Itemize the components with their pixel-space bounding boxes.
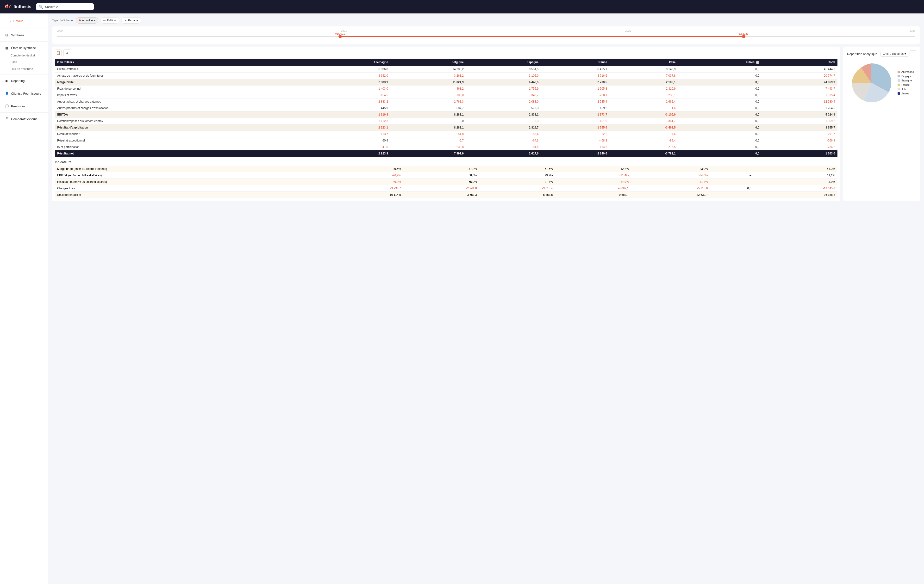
sidebar-item-bilan[interactable]: Bilan bbox=[0, 59, 48, 66]
sidebar-item-etats-synthese[interactable]: ▦ États de synthèse bbox=[0, 43, 48, 52]
row-cell: 0,0 bbox=[678, 144, 762, 150]
sidebar-label-synthese: Synthèse bbox=[11, 33, 24, 37]
search-input[interactable] bbox=[45, 5, 91, 9]
table-copy-btn[interactable]: 📋 bbox=[55, 49, 61, 56]
row-cell: 7 991,9 bbox=[390, 150, 466, 156]
legend-dot-belgique bbox=[898, 75, 900, 77]
layout: ← ← Retour ⊟ Synthèse ▦ États de synthès… bbox=[0, 13, 924, 584]
legend-item-france: France bbox=[898, 83, 914, 86]
edition-icon: ✏ bbox=[103, 19, 106, 22]
row-cell: 9 143,9 bbox=[610, 66, 678, 72]
indicator-cell: 5 353,8 bbox=[479, 191, 555, 198]
sidebar-item-flux[interactable]: Flux de trésorerie bbox=[0, 66, 48, 72]
row-label: Dotation/reprises aux amort. et prov. bbox=[55, 118, 304, 124]
row-cell: -2 535,4 bbox=[541, 98, 610, 105]
row-label: Chiffre d'affaires bbox=[55, 66, 304, 72]
content-row: 📋 ⚙ € en milliers Allemagne Belgique Esp… bbox=[52, 47, 920, 201]
previsions-icon: 🕐 bbox=[5, 104, 9, 108]
toolbar-partage-btn[interactable]: ↗ Partage bbox=[121, 17, 141, 23]
sidebar-divider-6 bbox=[0, 112, 48, 113]
search-bar[interactable]: 🔍 bbox=[36, 3, 94, 10]
sidebar-item-clients[interactable]: 👤 Clients / Fournisseurs bbox=[0, 89, 48, 98]
sidebar-item-compte-resultat[interactable]: Compte de résultat bbox=[0, 52, 48, 59]
col-header-italie: Italie bbox=[610, 59, 678, 66]
sidebar-label-etats: États de synthèse bbox=[11, 46, 36, 50]
indicator-label: Charges fixes bbox=[55, 185, 324, 191]
legend-label-france: France bbox=[901, 83, 909, 86]
indicator-cell: -2 741,8 bbox=[403, 185, 479, 191]
toolbar: Type d'affichage en milliers ✏ Édition ↗… bbox=[52, 17, 920, 23]
logo-icon bbox=[5, 3, 12, 10]
row-cell: 1 763,0 bbox=[762, 150, 837, 156]
legend-label-italie: Italie bbox=[901, 88, 907, 90]
row-cell: 0,0 bbox=[678, 111, 762, 118]
table-settings-btn[interactable]: ⚙ bbox=[63, 49, 70, 56]
table-row: Marge brute2 383,911 024,96 446,52 708,5… bbox=[55, 79, 837, 85]
row-cell: 2 383,9 bbox=[304, 79, 390, 85]
indicator-row: Seuil de rentabilité10 114,53 553,35 353… bbox=[55, 191, 837, 198]
pie-chart-container: Allemagne Belgique Espagne France bbox=[847, 61, 916, 104]
row-cell: 2 819,7 bbox=[466, 124, 541, 131]
legend-item-belgique: Belgique bbox=[898, 75, 914, 77]
autres-info-icon[interactable]: i bbox=[756, 61, 759, 64]
col-header-autres: Autres i bbox=[678, 59, 762, 66]
main-content: Type d'affichage en milliers ✏ Édition ↗… bbox=[48, 13, 924, 584]
back-button[interactable]: ← ← Retour bbox=[0, 17, 48, 27]
sidebar-item-previsions[interactable]: 🕐 Previsions bbox=[0, 102, 48, 110]
indicator-cell: -21,4% bbox=[555, 172, 631, 178]
indicator-cell: 0,0 bbox=[710, 185, 754, 191]
legend-dot-italie bbox=[898, 88, 900, 90]
row-label: Achats de matières et de fournitures bbox=[55, 72, 304, 79]
timeline-year-2023: 2023 bbox=[909, 29, 915, 32]
logo-text: finthesis bbox=[13, 4, 31, 9]
indicator-row: EBITDA (en % du chiffre d'affaires)-26,7… bbox=[55, 172, 837, 178]
row-label: Impôts et taxes bbox=[55, 92, 304, 98]
indicator-label: Résultat net (en % du chiffre d'affaires… bbox=[55, 178, 324, 185]
row-cell: -81,5 bbox=[466, 144, 541, 150]
row-cell: 2 708,5 bbox=[541, 79, 610, 85]
indicator-cell: – bbox=[710, 178, 754, 185]
row-cell: 2 833,1 bbox=[466, 111, 541, 118]
row-cell: 0,0 bbox=[678, 105, 762, 111]
sidebar-label-bilan: Bilan bbox=[11, 61, 17, 64]
logo: finthesis bbox=[5, 3, 31, 10]
table-row: EBITDA-1 610,88 283,12 833,1-1 373,7-3 1… bbox=[55, 111, 837, 118]
sidebar-item-reporting[interactable]: ◉ Reporting bbox=[0, 76, 48, 85]
sidebar-item-synthese[interactable]: ⊟ Synthèse bbox=[0, 31, 48, 39]
chart-dropdown[interactable]: Chiffre d'affaires ▾ bbox=[881, 51, 908, 57]
chart-legend: Allemagne Belgique Espagne France bbox=[898, 71, 914, 95]
toolbar-edition-btn[interactable]: ✏ Édition bbox=[100, 17, 119, 23]
timeline-handle-left[interactable] bbox=[338, 35, 342, 38]
sidebar-label-flux: Flux de trésorerie bbox=[11, 67, 33, 71]
row-cell: 0,0 bbox=[678, 66, 762, 72]
indicator-cell: 42,2% bbox=[555, 166, 631, 172]
row-label: Marge brute bbox=[55, 79, 304, 85]
row-label: Résultat net bbox=[55, 150, 304, 156]
indicator-cell: -19 645,0 bbox=[754, 185, 837, 191]
toolbar-partage-label: Partage bbox=[128, 19, 138, 22]
row-cell: -51,8 bbox=[390, 131, 466, 137]
indicator-cell: 58,0% bbox=[403, 172, 479, 178]
partage-icon: ↗ bbox=[124, 19, 127, 22]
legend-dot-espagne bbox=[898, 79, 900, 82]
indicator-cell: 9 683,7 bbox=[555, 191, 631, 198]
row-cell: -233,8 bbox=[390, 144, 466, 150]
indicator-cell: 27,4% bbox=[479, 178, 555, 185]
timeline-active-range bbox=[340, 36, 744, 37]
row-cell: -100,0 bbox=[390, 92, 466, 98]
header: finthesis 🔍 bbox=[0, 0, 924, 13]
row-cell: 60,9 bbox=[304, 137, 390, 144]
timeline-handle-right[interactable] bbox=[742, 35, 746, 38]
col-header-belgique: Belgique bbox=[390, 59, 466, 66]
row-cell: -2 088,0 bbox=[466, 98, 541, 105]
indicator-cell: 39,5% bbox=[324, 166, 403, 172]
table-row: Résultat d'exploitation-2 723,18 283,12 … bbox=[55, 124, 837, 131]
row-cell: -216,5 bbox=[610, 144, 678, 150]
sidebar-label-previsions: Previsions bbox=[11, 105, 25, 108]
legend-item-autres: Autres bbox=[898, 92, 914, 95]
sidebar-item-comparatif[interactable]: 🗄 Comparatif externe bbox=[0, 115, 48, 123]
row-cell: -1 669,2 bbox=[762, 118, 837, 124]
toolbar-milliers-btn[interactable]: en milliers bbox=[76, 17, 98, 23]
chart-menu-btn[interactable]: ⋮ bbox=[909, 51, 916, 57]
row-cell: 24 669,9 bbox=[762, 79, 837, 85]
